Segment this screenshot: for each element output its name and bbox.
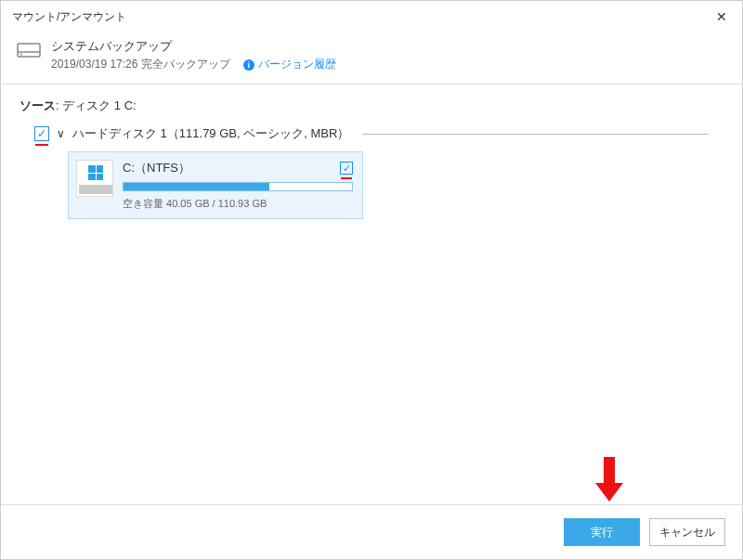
disk-row: ∨ ハードディスク 1（111.79 GB, ベーシック, MBR） bbox=[34, 125, 709, 142]
windows-drive-icon bbox=[76, 160, 113, 197]
svg-point-2 bbox=[20, 54, 22, 56]
window-title: マウント/アンマウント bbox=[12, 9, 126, 25]
backup-header: システムバックアップ 2019/03/19 17:26 完全バックアップ i バ… bbox=[1, 33, 742, 84]
close-icon: ✕ bbox=[716, 9, 727, 24]
close-button[interactable]: ✕ bbox=[712, 7, 731, 26]
execute-button-label: 実行 bbox=[591, 525, 613, 540]
partition-card[interactable]: C:（NTFS） 空き容量 40.05 GB / 110.93 GB bbox=[68, 151, 363, 219]
capacity-text: 空き容量 40.05 GB / 110.93 GB bbox=[123, 197, 353, 211]
backup-header-text: システムバックアップ 2019/03/19 17:26 完全バックアップ i バ… bbox=[51, 38, 336, 72]
annotation-underline bbox=[341, 177, 352, 179]
disk-checkbox[interactable] bbox=[34, 126, 49, 141]
chevron-down-icon[interactable]: ∨ bbox=[57, 127, 65, 140]
capacity-bar-fill bbox=[124, 183, 269, 190]
disk-label: ハードディスク 1（111.79 GB, ベーシック, MBR） bbox=[72, 125, 349, 142]
annotation-arrow bbox=[595, 457, 623, 503]
cancel-button[interactable]: キャンセル bbox=[649, 518, 725, 546]
version-history-link[interactable]: i バージョン履歴 bbox=[243, 57, 336, 72]
content-area: ∨ ハードディスク 1（111.79 GB, ベーシック, MBR） C:（NT… bbox=[1, 122, 742, 219]
execute-button[interactable]: 実行 bbox=[564, 518, 640, 546]
source-label: ソース bbox=[20, 98, 56, 112]
backup-info: 2019/03/19 17:26 完全バックアップ bbox=[51, 57, 230, 72]
capacity-bar bbox=[123, 182, 353, 191]
annotation-underline bbox=[35, 144, 48, 146]
source-line: ソース: ディスク 1 C: bbox=[1, 85, 742, 122]
info-icon: i bbox=[243, 59, 254, 71]
cancel-button-label: キャンセル bbox=[659, 525, 715, 540]
titlebar: マウント/アンマウント ✕ bbox=[1, 1, 742, 33]
source-value: ディスク 1 C: bbox=[62, 98, 136, 112]
partition-body: C:（NTFS） 空き容量 40.05 GB / 110.93 GB bbox=[123, 160, 353, 211]
disk-divider-line bbox=[362, 134, 709, 135]
partition-title: C:（NTFS） bbox=[123, 160, 190, 176]
drive-icon bbox=[16, 38, 42, 64]
version-history-label: バージョン履歴 bbox=[258, 57, 336, 72]
footer: 実行 キャンセル bbox=[1, 504, 742, 559]
backup-name: システムバックアップ bbox=[51, 38, 336, 55]
partition-checkbox[interactable] bbox=[340, 162, 353, 175]
